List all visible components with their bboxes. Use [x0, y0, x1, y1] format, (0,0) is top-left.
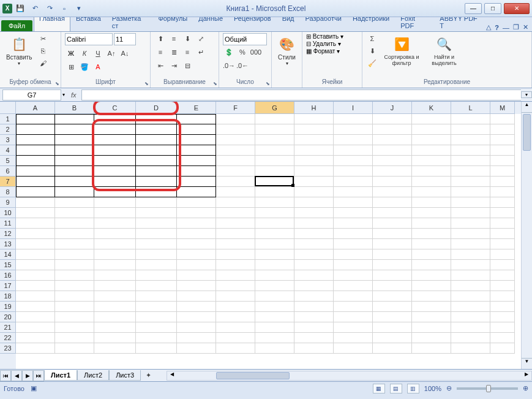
cell-F2[interactable] — [216, 124, 255, 135]
doc-restore-icon[interactable]: ❐ — [513, 23, 519, 31]
sheet-tab-2[interactable]: Лист3 — [109, 370, 141, 381]
sheet-tab-1[interactable]: Лист2 — [77, 370, 109, 381]
macro-record-icon[interactable]: ▣ — [31, 384, 37, 392]
cell-L17[interactable] — [451, 281, 490, 291]
increase-font-icon[interactable]: A↑ — [105, 48, 118, 59]
col-header-C[interactable]: C — [94, 102, 136, 114]
col-header-G[interactable]: G — [255, 102, 294, 114]
cell-L22[interactable] — [451, 333, 490, 343]
cell-M6[interactable] — [490, 166, 515, 177]
font-size-combo[interactable] — [114, 33, 136, 45]
cell-E19[interactable] — [177, 302, 216, 312]
cell-A7[interactable] — [16, 177, 55, 187]
cell-A10[interactable] — [16, 208, 55, 218]
delete-cells-button[interactable]: ⊟ Удалить ▾ — [306, 40, 358, 47]
cell-G19[interactable] — [255, 302, 294, 312]
col-header-I[interactable]: I — [334, 102, 373, 114]
cell-G12[interactable] — [255, 229, 294, 239]
cell-E23[interactable] — [177, 343, 216, 354]
cell-A21[interactable] — [16, 322, 55, 333]
cell-L4[interactable] — [451, 145, 490, 156]
cell-H20[interactable] — [294, 312, 334, 322]
cell-D13[interactable] — [136, 239, 177, 249]
border-icon[interactable]: ⊞ — [65, 61, 77, 72]
cell-H23[interactable] — [294, 343, 334, 354]
vscroll-thumb[interactable] — [523, 114, 531, 151]
cell-E14[interactable] — [177, 249, 216, 260]
cell-B1[interactable] — [55, 114, 94, 124]
row-header-8[interactable]: 8 — [0, 187, 16, 197]
cell-K4[interactable] — [412, 145, 451, 156]
align-left-icon[interactable]: ≡ — [154, 47, 167, 58]
col-header-H[interactable]: H — [294, 102, 334, 114]
cell-M5[interactable] — [490, 156, 515, 166]
row-header-3[interactable]: 3 — [0, 135, 16, 145]
row-header-21[interactable]: 21 — [0, 322, 16, 333]
cell-G7[interactable] — [255, 177, 294, 187]
cell-K13[interactable] — [412, 239, 451, 249]
cell-F22[interactable] — [216, 333, 255, 343]
cell-I19[interactable] — [334, 302, 373, 312]
cell-K22[interactable] — [412, 333, 451, 343]
cell-D11[interactable] — [136, 218, 177, 229]
cell-J6[interactable] — [373, 166, 412, 177]
doc-minimize-icon[interactable]: — — [503, 24, 509, 31]
cell-I20[interactable] — [334, 312, 373, 322]
cell-C9[interactable] — [94, 197, 136, 208]
cell-L1[interactable] — [451, 114, 490, 124]
copy-icon[interactable]: ⎘ — [37, 45, 49, 56]
cell-F5[interactable] — [216, 156, 255, 166]
cell-E4[interactable] — [177, 145, 216, 156]
cell-B20[interactable] — [55, 312, 94, 322]
cell-H13[interactable] — [294, 239, 334, 249]
select-all-corner[interactable] — [0, 102, 16, 114]
cell-I4[interactable] — [334, 145, 373, 156]
cell-I22[interactable] — [334, 333, 373, 343]
cell-D22[interactable] — [136, 333, 177, 343]
qat-customize-icon[interactable]: ▾ — [72, 2, 86, 15]
cell-G10[interactable] — [255, 208, 294, 218]
row-header-18[interactable]: 18 — [0, 291, 16, 302]
row-header-9[interactable]: 9 — [0, 197, 16, 208]
cell-H14[interactable] — [294, 249, 334, 260]
scroll-right-icon[interactable]: ▶ — [522, 371, 531, 380]
align-top-icon[interactable]: ⬆ — [154, 33, 167, 44]
clipboard-launcher-icon[interactable]: ⬊ — [55, 81, 59, 86]
cell-I18[interactable] — [334, 291, 373, 302]
cell-H17[interactable] — [294, 281, 334, 291]
row-header-7[interactable]: 7 — [0, 177, 16, 187]
cell-I11[interactable] — [334, 218, 373, 229]
col-header-L[interactable]: L — [451, 102, 490, 114]
cell-A19[interactable] — [16, 302, 55, 312]
cell-I13[interactable] — [334, 239, 373, 249]
cell-L12[interactable] — [451, 229, 490, 239]
cell-F19[interactable] — [216, 302, 255, 312]
cell-H8[interactable] — [294, 187, 334, 197]
cell-C5[interactable] — [94, 156, 136, 166]
cell-I2[interactable] — [334, 124, 373, 135]
merge-icon[interactable]: ⊟ — [181, 60, 193, 71]
cell-C23[interactable] — [94, 343, 136, 354]
cell-G6[interactable] — [255, 166, 294, 177]
cell-L10[interactable] — [451, 208, 490, 218]
cell-B14[interactable] — [55, 249, 94, 260]
cell-J22[interactable] — [373, 333, 412, 343]
cell-L14[interactable] — [451, 249, 490, 260]
row-header-19[interactable]: 19 — [0, 302, 16, 312]
cell-M13[interactable] — [490, 239, 515, 249]
cell-C12[interactable] — [94, 229, 136, 239]
cell-L11[interactable] — [451, 218, 490, 229]
cell-E15[interactable] — [177, 260, 216, 270]
cell-F13[interactable] — [216, 239, 255, 249]
cell-L13[interactable] — [451, 239, 490, 249]
cut-icon[interactable]: ✂ — [37, 33, 49, 44]
maximize-button[interactable]: □ — [484, 3, 501, 14]
zoom-slider[interactable] — [457, 387, 518, 390]
decrease-decimal-icon[interactable]: .0← — [236, 60, 249, 71]
cell-D20[interactable] — [136, 312, 177, 322]
cell-E1[interactable] — [177, 114, 216, 124]
cell-C3[interactable] — [94, 135, 136, 145]
doc-close-icon[interactable]: ✕ — [523, 23, 528, 31]
cell-F6[interactable] — [216, 166, 255, 177]
cell-B12[interactable] — [55, 229, 94, 239]
